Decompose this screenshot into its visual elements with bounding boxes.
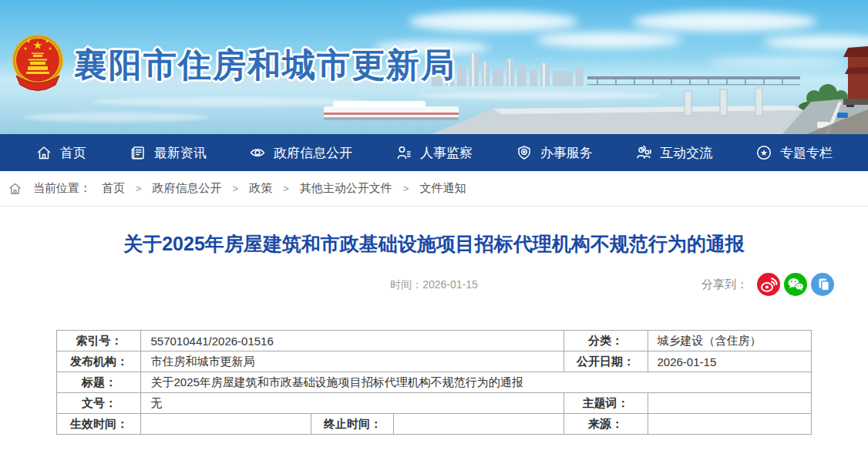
nav-item-gov-info[interactable]: 政府信息公开 [249, 144, 352, 162]
breadcrumb-separator: > [283, 183, 289, 194]
page-root: 襄阳市住房和城市更新局 首页 最新资讯 [0, 0, 868, 435]
source-label: 来源： [564, 414, 648, 435]
publish-time-value: 2026-01-15 [422, 278, 478, 291]
doc-number-label: 文号： [57, 393, 141, 414]
site-banner: 襄阳市住房和城市更新局 [0, 0, 868, 134]
share-label: 分享到： [701, 277, 748, 292]
article-main: 关于2025年房屋建筑和市政基础设施项目招标代理机构不规范行为的通报 时间：20… [0, 230, 868, 435]
breadcrumb-item-doc-notice[interactable]: 文件通知 [419, 181, 466, 196]
breadcrumb-label: 当前位置： [33, 181, 91, 196]
nav-item-label: 首页 [60, 144, 86, 162]
nav-item-personnel[interactable]: 人事监察 [395, 144, 473, 162]
table-row: 生效时间： 终止时间： 来源： [57, 414, 811, 435]
breadcrumb: 当前位置： 首页 > 政府信息公开 > 政策 > 其他主动公开文件 > 文件通知 [0, 171, 868, 207]
weibo-share-icon[interactable] [757, 273, 780, 296]
breadcrumb-item-policy[interactable]: 政策 [249, 181, 272, 196]
breadcrumb-home-icon [8, 181, 22, 196]
table-row: 标题： 关于2025年房屋建筑和市政基础设施项目招标代理机构不规范行为的通报 [57, 372, 811, 393]
article-title: 关于2025年房屋建筑和市政基础设施项目招标代理机构不规范行为的通报 [46, 230, 822, 257]
table-row: 索引号： 557010441/2026-01516 分类： 城乡建设（含住房） [57, 331, 811, 351]
index-number-value: 557010441/2026-01516 [141, 331, 564, 351]
star-icon [755, 144, 772, 161]
table-row: 文号： 无 主题词： [57, 393, 811, 414]
nav-item-label: 人事监察 [420, 144, 473, 162]
keywords-label: 主题词： [564, 393, 648, 414]
eye-icon [249, 144, 266, 161]
table-row: 发布机构： 市住房和城市更新局 公开日期： 2026-01-15 [57, 351, 811, 372]
breadcrumb-item-other-public-docs[interactable]: 其他主动公开文件 [300, 181, 392, 196]
doc-title-value: 关于2025年房屋建筑和市政基础设施项目招标代理机构不规范行为的通报 [141, 372, 811, 393]
news-icon [130, 144, 146, 161]
publish-time-label: 时间： [390, 278, 422, 291]
nav-item-news[interactable]: 最新资讯 [130, 144, 207, 162]
nav-item-label: 政府信息公开 [274, 144, 352, 162]
doc-number-value: 无 [141, 393, 564, 414]
national-emblem-icon [10, 31, 66, 96]
category-value: 城乡建设（含住房） [648, 331, 811, 351]
nav-item-home[interactable]: 首页 [35, 144, 86, 162]
home-icon [35, 144, 52, 161]
wechat-share-icon[interactable] [784, 273, 807, 296]
issuing-agency-label: 发布机构： [57, 351, 141, 372]
chat-icon [635, 144, 652, 161]
keywords-value [648, 393, 811, 414]
shield-icon [516, 144, 533, 161]
nav-item-interaction[interactable]: 互动交流 [635, 144, 712, 162]
nav-item-label: 互动交流 [660, 144, 712, 162]
breadcrumb-separator: > [233, 183, 239, 194]
effective-date-label: 生效时间： [57, 414, 141, 435]
publish-date-label: 公开日期： [564, 351, 648, 372]
publish-date-value: 2026-01-15 [648, 351, 811, 372]
site-title: 襄阳市住房和城市更新局 [74, 43, 456, 88]
nav-item-special-columns[interactable]: 专题专栏 [755, 144, 833, 162]
source-value [648, 414, 811, 435]
breadcrumb-separator: > [403, 183, 409, 194]
main-nav: 首页 最新资讯 政府信息公开 [0, 134, 868, 171]
effective-date-value [141, 414, 311, 435]
person-icon [395, 144, 412, 161]
nav-item-services[interactable]: 办事服务 [516, 144, 593, 162]
category-label: 分类： [564, 331, 648, 351]
breadcrumb-item-home[interactable]: 首页 [102, 181, 125, 196]
issuing-agency-value: 市住房和城市更新局 [141, 351, 564, 372]
breadcrumb-item-gov-info[interactable]: 政府信息公开 [153, 181, 222, 196]
expiry-date-label: 终止时间： [311, 414, 394, 435]
share-bar: 分享到： [701, 273, 834, 296]
nav-item-label: 办事服务 [540, 144, 593, 162]
breadcrumb-separator: > [136, 183, 142, 194]
nav-item-label: 专题专栏 [780, 144, 833, 162]
nav-item-label: 最新资讯 [154, 144, 207, 162]
copy-link-share-icon[interactable] [811, 273, 834, 296]
article-meta-row: 时间：2026-01-15 分享到： [0, 272, 868, 297]
index-number-label: 索引号： [57, 331, 141, 351]
expiry-date-value [394, 414, 564, 435]
doc-title-label: 标题： [57, 372, 141, 393]
document-meta-table: 索引号： 557010441/2026-01516 分类： 城乡建设（含住房） … [56, 330, 811, 435]
